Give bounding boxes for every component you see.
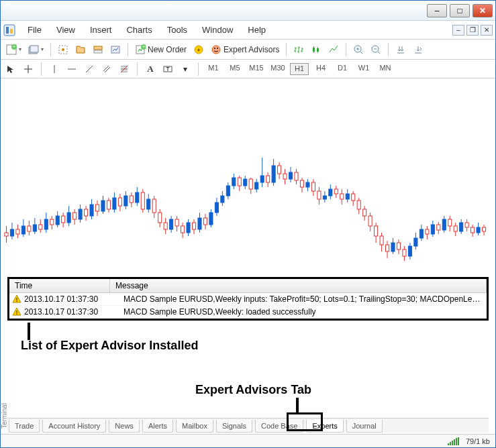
line-chart-button[interactable] [326, 43, 342, 56]
svg-rect-104 [221, 196, 224, 203]
menu-window[interactable]: Window [195, 23, 240, 37]
svg-rect-148 [346, 194, 349, 199]
svg-rect-0 [4, 25, 15, 36]
svg-rect-1 [6, 27, 9, 34]
text-tool[interactable]: A [143, 62, 158, 76]
menu-tools[interactable]: Tools [160, 23, 194, 37]
tab-experts[interactable]: Experts [306, 420, 343, 433]
svg-rect-188 [460, 223, 463, 231]
svg-rect-96 [198, 218, 201, 229]
timeframe-mn[interactable]: MN [376, 63, 395, 75]
tab-news[interactable]: News [109, 420, 140, 433]
tab-trade[interactable]: Trade [9, 420, 40, 433]
timeframe-d1[interactable]: D1 [333, 63, 352, 75]
crosshair-tool[interactable] [21, 62, 36, 76]
tab-signals[interactable]: Signals [216, 420, 252, 433]
log-header-time[interactable]: Time [9, 279, 110, 292]
metaquotes-button[interactable]: ♦ [191, 43, 207, 56]
navigator-button[interactable] [72, 43, 89, 56]
svg-rect-136 [311, 182, 315, 191]
profiles-button[interactable]: ▾ [26, 43, 46, 56]
svg-rect-94 [192, 223, 195, 229]
zoom-out-button[interactable] [368, 43, 384, 56]
svg-text:!: ! [16, 309, 18, 316]
svg-rect-134 [306, 182, 309, 187]
mdi-close-button[interactable]: ✕ [481, 25, 493, 36]
timeframe-m5[interactable]: M5 [226, 63, 244, 75]
expert-advisors-button[interactable]: Expert Advisors [208, 43, 282, 56]
bar-chart-button[interactable] [291, 43, 307, 56]
svg-rect-64 [107, 201, 110, 209]
timeframe-m15[interactable]: M15 [247, 63, 266, 75]
expert-advisors-label: Expert Advisors [224, 45, 279, 54]
tab-journal[interactable]: Journal [346, 420, 383, 433]
candle-chart-button[interactable] [308, 43, 324, 56]
tab-code-base[interactable]: Code Base [255, 420, 303, 433]
svg-rect-28 [5, 233, 8, 236]
menu-help[interactable]: Help [241, 23, 272, 37]
tab-mailbox[interactable]: Mailbox [176, 420, 213, 433]
svg-rect-168 [403, 249, 406, 256]
svg-rect-44 [50, 219, 54, 225]
svg-rect-78 [147, 199, 150, 209]
chart-area[interactable] [1, 78, 495, 277]
window-minimize-button[interactable]: – [427, 4, 447, 17]
window-maximize-button[interactable]: □ [450, 4, 470, 17]
text-label-tool[interactable]: T [160, 62, 175, 76]
mdi-minimize-button[interactable]: – [452, 25, 464, 36]
svg-rect-184 [448, 219, 452, 226]
auto-scroll-button[interactable] [393, 43, 409, 56]
svg-rect-90 [181, 226, 185, 233]
menu-file[interactable]: File [21, 23, 48, 37]
timeframe-m1[interactable]: M1 [204, 63, 223, 75]
svg-rect-128 [289, 172, 292, 179]
timeframe-h4[interactable]: H4 [311, 63, 330, 75]
svg-rect-52 [73, 213, 77, 219]
terminal-button[interactable] [90, 43, 106, 56]
log-row[interactable]: ! 2013.10.17 01:37:30 MACD Sample EURUSD… [9, 306, 487, 319]
svg-rect-66 [113, 198, 116, 209]
svg-rect-100 [209, 213, 213, 225]
log-header-message[interactable]: Message [110, 279, 487, 292]
svg-rect-150 [352, 194, 355, 201]
zoom-in-button[interactable] [350, 43, 366, 56]
menu-insert[interactable]: Insert [83, 23, 119, 37]
svg-rect-50 [67, 213, 70, 223]
tab-alerts[interactable]: Alerts [142, 420, 173, 433]
window-close-button[interactable]: ✕ [473, 4, 493, 17]
horizontal-line-tool[interactable] [64, 62, 79, 76]
channel-tool[interactable] [99, 62, 114, 76]
svg-rect-60 [95, 205, 99, 211]
svg-rect-114 [249, 179, 252, 189]
svg-rect-48 [62, 216, 65, 223]
trendline-tool[interactable] [82, 62, 97, 76]
vertical-line-tool[interactable] [47, 62, 62, 76]
svg-rect-130 [295, 172, 298, 180]
log-row[interactable]: ! 2013.10.17 01:37:30 MACD Sample EURUSD… [9, 293, 487, 306]
market-watch-button[interactable] [55, 43, 71, 56]
mdi-restore-button[interactable]: ❐ [466, 25, 479, 36]
svg-rect-154 [363, 209, 366, 216]
svg-rect-144 [334, 189, 338, 194]
cursor-tool[interactable] [3, 62, 18, 76]
menu-view[interactable]: View [50, 23, 82, 37]
timeframe-m30[interactable]: M30 [268, 63, 287, 75]
timeframe-w1[interactable]: W1 [354, 63, 373, 75]
new-chart-button[interactable]: +▾ [3, 43, 24, 56]
svg-rect-98 [203, 218, 207, 225]
fibonacci-tool[interactable] [117, 62, 132, 76]
svg-rect-120 [266, 176, 270, 182]
tab-account-history[interactable]: Account History [42, 420, 106, 433]
timeframe-h1[interactable]: H1 [290, 63, 309, 75]
tester-button[interactable] [107, 43, 123, 56]
svg-rect-82 [158, 213, 162, 223]
chart-shift-button[interactable] [410, 43, 426, 56]
app-window: – □ ✕ File View Insert Charts Tools Wind… [0, 0, 496, 448]
shapes-dropdown[interactable]: ▾ [178, 62, 193, 76]
new-order-button[interactable]: + New Order [132, 43, 189, 56]
menu-charts[interactable]: Charts [119, 23, 158, 37]
svg-rect-196 [483, 227, 486, 231]
svg-rect-54 [79, 209, 82, 219]
svg-rect-56 [85, 209, 88, 216]
svg-rect-76 [141, 192, 144, 209]
